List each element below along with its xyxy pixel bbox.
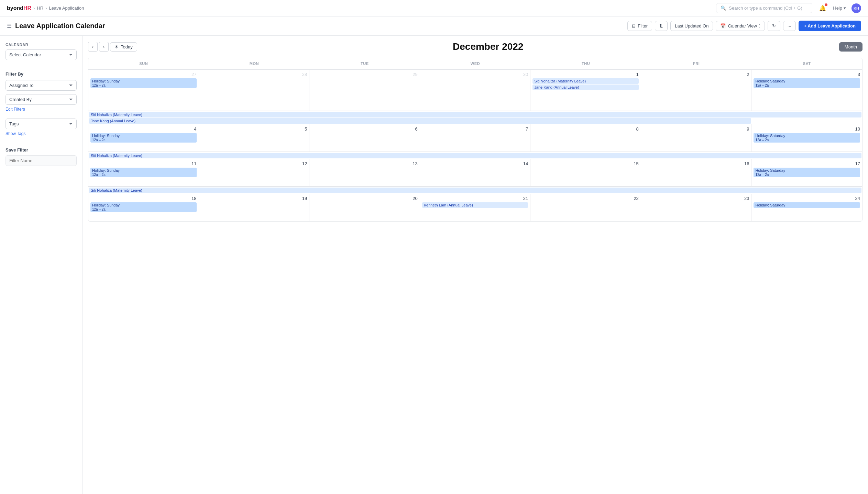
- cell-dec6[interactable]: 6: [309, 124, 420, 152]
- cal-nav: ‹ › ☀ Today: [88, 42, 137, 52]
- cell-dec13[interactable]: 13: [309, 159, 420, 187]
- cell-nov27[interactable]: 27 Holiday: Sunday12a – 2a: [88, 70, 199, 111]
- cell-dec24[interactable]: 24 Holiday: Saturday: [751, 194, 862, 221]
- cell-nov28[interactable]: 28: [199, 70, 310, 111]
- cell-dec9[interactable]: 9: [641, 124, 752, 152]
- cell-dec1[interactable]: 1 Siti Nohaliza (Maternity Leave) Jane K…: [530, 70, 641, 111]
- avatar[interactable]: KH: [851, 3, 861, 13]
- more-button[interactable]: ···: [783, 21, 796, 31]
- refresh-button[interactable]: ↻: [768, 21, 780, 31]
- today-button[interactable]: ☀ Today: [110, 42, 137, 52]
- chevron-down-icon: ▾: [844, 5, 846, 11]
- cell-dec17[interactable]: 17 Holiday: Saturday12a – 2a: [751, 159, 862, 187]
- event-holiday-sunday-w4[interactable]: Holiday: Sunday12a – 2a: [90, 202, 197, 212]
- add-leave-button[interactable]: + Add Leave Application: [799, 21, 861, 31]
- event-holiday-saturday-w2[interactable]: Holiday: Saturday12a – 2a: [754, 133, 860, 143]
- next-month-button[interactable]: ›: [99, 42, 109, 52]
- cell-dec15[interactable]: 15: [530, 159, 641, 187]
- breadcrumb-hr[interactable]: HR: [37, 5, 43, 11]
- filter-by-label: Filter By: [6, 71, 77, 77]
- calendar-view-label: Calendar View: [728, 23, 757, 29]
- cell-dec21[interactable]: 21 Kenneth Lam (Annual Leave): [420, 194, 531, 221]
- last-updated-button[interactable]: Last Updated On: [670, 21, 713, 31]
- prev-month-button[interactable]: ‹: [88, 42, 98, 52]
- event-kenneth-start[interactable]: Kenneth Lam (Annual Leave): [422, 202, 528, 208]
- filter-name-input[interactable]: [6, 155, 77, 166]
- date-nov28: 28: [201, 72, 307, 77]
- day-wed: WED: [420, 58, 531, 69]
- week-2-cells: 4 Holiday: Sunday12a – 2a 5 6 7: [88, 124, 862, 152]
- cell-dec11[interactable]: 11 Holiday: Sunday12a – 2a: [88, 159, 199, 187]
- save-filter-label: Save Filter: [6, 147, 77, 153]
- siti-span-w4[interactable]: Siti Nohaliza (Maternity Leave): [89, 188, 861, 194]
- breadcrumb: byondHR › HR › Leave Application: [7, 5, 84, 11]
- tags-select[interactable]: Tags: [6, 119, 77, 129]
- event-holiday-sunday-w2[interactable]: Holiday: Sunday12a – 2a: [90, 133, 197, 143]
- cell-dec20[interactable]: 20: [309, 194, 420, 221]
- day-fri: FRI: [641, 58, 752, 69]
- event-holiday-sunday-w1[interactable]: Holiday: Sunday12a – 2a: [90, 78, 197, 88]
- filter-icon: ⊟: [632, 23, 636, 29]
- siti-span-w2[interactable]: Siti Nohaliza (Maternity Leave): [89, 112, 861, 118]
- sidebar: Calendar Select Calendar Filter By Assig…: [0, 36, 83, 494]
- event-holiday-saturday-w4[interactable]: Holiday: Saturday: [754, 202, 860, 208]
- calendar-section-label: Calendar: [6, 43, 77, 47]
- date-dec6: 6: [311, 126, 418, 132]
- cell-dec8[interactable]: 8: [530, 124, 641, 152]
- event-holiday-saturday-w1[interactable]: Holiday: Saturday12a – 2a: [754, 78, 860, 88]
- menu-icon[interactable]: ☰: [7, 23, 12, 29]
- last-updated-label: Last Updated On: [675, 23, 708, 29]
- cell-dec3[interactable]: 3 Holiday: Saturday12a – 2a: [751, 70, 862, 111]
- date-dec3: 3: [754, 72, 860, 77]
- event-holiday-sunday-w3[interactable]: Holiday: Sunday12a – 2a: [90, 168, 197, 177]
- day-sat: SAT: [751, 58, 862, 69]
- cell-nov30[interactable]: 30: [420, 70, 531, 111]
- cell-dec23[interactable]: 23: [641, 194, 752, 221]
- cell-dec18[interactable]: 18 Holiday: Sunday12a – 2a: [88, 194, 199, 221]
- jane-span-w2[interactable]: Jane Kang (Annual Leave): [89, 118, 751, 124]
- filter-button[interactable]: ⊟ Filter: [627, 21, 652, 31]
- siti-span-w3[interactable]: Siti Nohaliza (Maternity Leave): [89, 153, 861, 159]
- event-siti-w1-thu[interactable]: Siti Nohaliza (Maternity Leave): [532, 78, 639, 84]
- week-3: Siti Nohaliza (Maternity Leave) 11 Holid…: [88, 152, 862, 187]
- filter-label: Filter: [638, 23, 648, 29]
- search-bar[interactable]: 🔍 Search or type a command (Ctrl + G): [716, 3, 812, 13]
- notifications-button[interactable]: 🔔: [818, 3, 827, 13]
- assigned-to-select[interactable]: Assigned To: [6, 80, 77, 91]
- cell-dec14[interactable]: 14: [420, 159, 531, 187]
- event-holiday-saturday-w3[interactable]: Holiday: Saturday12a – 2a: [754, 168, 860, 177]
- date-dec13: 13: [311, 161, 418, 166]
- page-title: Leave Application Calendar: [15, 22, 105, 30]
- edit-filters-link[interactable]: Edit Filters: [6, 107, 77, 112]
- chevron-down-icon: ⁚: [759, 23, 760, 29]
- show-tags-link[interactable]: Show Tags: [6, 131, 77, 136]
- calendar-header: SUN MON TUE WED THU FRI SAT: [88, 58, 862, 69]
- created-by-select[interactable]: Created By: [6, 94, 77, 105]
- cell-nov29[interactable]: 29: [309, 70, 420, 111]
- cell-dec10[interactable]: 10 Holiday: Saturday12a – 2a: [751, 124, 862, 152]
- event-jane-w1-thu[interactable]: Jane Kang (Annual Leave): [532, 85, 639, 90]
- date-dec11: 11: [90, 161, 197, 166]
- calendar-view-button[interactable]: 📅 Calendar View ⁚: [716, 21, 765, 31]
- date-dec7: 7: [422, 126, 528, 132]
- brand-logo[interactable]: byondHR: [7, 5, 31, 11]
- cell-dec16[interactable]: 16: [641, 159, 752, 187]
- cell-dec19[interactable]: 19: [199, 194, 310, 221]
- cell-dec12[interactable]: 12: [199, 159, 310, 187]
- cell-dec2[interactable]: 2: [641, 70, 752, 111]
- select-calendar[interactable]: Select Calendar: [6, 49, 77, 60]
- date-dec10: 10: [754, 126, 860, 132]
- help-button[interactable]: Help ▾: [833, 5, 846, 11]
- day-tue: TUE: [309, 58, 420, 69]
- cell-dec7[interactable]: 7: [420, 124, 531, 152]
- sort-button[interactable]: ⇅: [655, 21, 668, 31]
- month-button[interactable]: Month: [839, 42, 862, 52]
- date-dec5: 5: [201, 126, 307, 132]
- main-layout: Calendar Select Calendar Filter By Assig…: [0, 36, 868, 494]
- calendar-controls: ‹ › ☀ Today December 2022 Month: [88, 41, 862, 52]
- breadcrumb-sep-2: ›: [45, 5, 47, 11]
- cell-dec5[interactable]: 5: [199, 124, 310, 152]
- cell-dec22[interactable]: 22: [530, 194, 641, 221]
- date-dec20: 20: [311, 196, 418, 201]
- cell-dec4[interactable]: 4 Holiday: Sunday12a – 2a: [88, 124, 199, 152]
